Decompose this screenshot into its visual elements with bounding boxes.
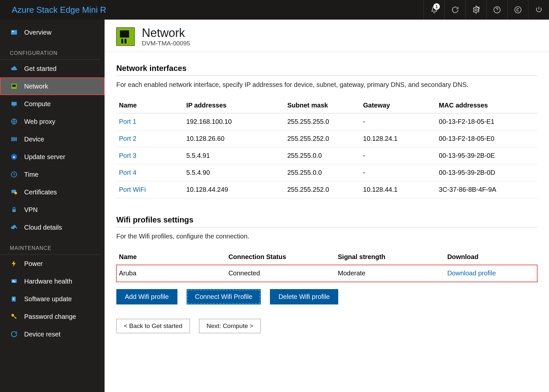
sidebar-item-web-proxy[interactable]: Web proxy (0, 113, 105, 130)
table-row: Port 2 10.128.26.60 255.255.252.0 10.128… (116, 130, 537, 147)
sidebar-item-certificates[interactable]: Certificates (0, 183, 105, 201)
copyright-icon (514, 6, 522, 14)
notifications-button[interactable]: 1 (424, 0, 444, 20)
add-wifi-profile-button[interactable]: Add Wifi profile (116, 289, 177, 304)
sidebar-item-hardware-health[interactable]: Hardware health (0, 272, 105, 290)
topbar-actions: 1 (424, 0, 549, 20)
section-desc-wifi-profiles: For the Wifi profiles, configure the con… (116, 227, 537, 249)
connect-wifi-profile-button[interactable]: Connect Wifi Profile (187, 289, 261, 304)
section-heading-wifi-profiles: Wifi profiles settings (116, 215, 537, 227)
network-interfaces-table: Name IP addresses Subnet mask Gateway MA… (116, 98, 537, 198)
sidebar-item-label: Update server (24, 153, 65, 161)
sidebar-item-time[interactable]: Time (0, 166, 105, 183)
sidebar-item-password-change[interactable]: Password change (0, 308, 105, 325)
table-row: Port 4 5.5.4.90 255.255.0.0 - 00-13-95-3… (116, 164, 537, 181)
sidebar-item-software-update[interactable]: Software update (0, 290, 105, 308)
certificate-icon (10, 188, 18, 196)
col-ip: IP addresses (184, 98, 285, 113)
copyright-button[interactable] (507, 0, 528, 20)
svg-rect-23 (120, 30, 129, 38)
sidebar-item-label: Hardware health (24, 278, 72, 285)
cell-signal: Moderate (335, 265, 445, 282)
svg-rect-24 (121, 39, 123, 43)
sidebar-item-label: Get started (24, 65, 57, 73)
sidebar-item-compute[interactable]: Compute (0, 95, 105, 113)
sidebar-item-label: Device reset (24, 331, 60, 338)
sidebar-item-label: Overview (24, 29, 51, 36)
next-button[interactable]: Next: Compute > (199, 319, 261, 333)
nic-icon (10, 82, 18, 90)
sidebar-item-label: Software update (24, 295, 72, 303)
settings-button[interactable] (465, 0, 486, 20)
wifi-profiles-table: Name Connection Status Signal strength D… (116, 249, 537, 282)
cell-ip: 5.5.4.90 (184, 164, 285, 181)
reset-icon (10, 330, 18, 338)
sidebar-item-label: Device (24, 136, 44, 143)
help-button[interactable] (486, 0, 507, 20)
sidebar-item-label: Certificates (24, 188, 57, 196)
download-profile-link[interactable]: Download profile (447, 270, 496, 277)
svg-rect-5 (12, 31, 14, 32)
svg-point-2 (497, 11, 497, 12)
section-desc-network-interfaces: For each enabled network interface, spec… (116, 76, 537, 98)
sidebar-item-device[interactable]: Device (0, 130, 105, 148)
sidebar-item-vpn[interactable]: VPN (0, 201, 105, 219)
col-name: Name (116, 98, 184, 113)
power-icon (535, 6, 543, 14)
sidebar-item-device-reset[interactable]: Device reset (0, 325, 105, 343)
topbar: Azure Stack Edge Mini R 1 (0, 0, 549, 20)
page-subtitle: DVM-TMA-00095 (142, 40, 190, 47)
cloud-gear-icon (10, 223, 18, 232)
cloud-icon (10, 64, 18, 73)
delete-wifi-profile-button[interactable]: Delete Wifi profile (270, 289, 338, 304)
sidebar-section-maintenance: MAINTENANCE (0, 236, 100, 255)
svg-rect-12 (13, 137, 15, 141)
refresh-button[interactable] (444, 0, 465, 20)
col-mac: MAC addresses (436, 98, 537, 113)
power-button[interactable] (528, 0, 549, 20)
cell-mac: 00-13-95-39-2B-0D (436, 164, 537, 181)
update-icon (10, 153, 18, 161)
col-status: Connection Status (226, 249, 335, 265)
table-row[interactable]: Aruba Connected Moderate Download profil… (116, 265, 537, 282)
bolt-icon (10, 259, 18, 268)
svg-rect-7 (12, 85, 16, 87)
cell-ip: 10.128.26.60 (184, 130, 285, 147)
sidebar-item-update-server[interactable]: Update server (0, 148, 105, 166)
software-update-icon (10, 295, 18, 303)
col-download: Download (445, 249, 537, 265)
svg-point-17 (14, 192, 17, 194)
svg-rect-25 (125, 39, 126, 43)
sidebar-item-label: Cloud details (24, 224, 62, 231)
refresh-icon (451, 6, 459, 14)
port-link[interactable]: Port 2 (119, 135, 136, 142)
cell-gw: - (360, 147, 436, 164)
page-nav-row: < Back to Get started Next: Compute > (116, 319, 537, 333)
port-link[interactable]: Port 4 (119, 169, 136, 176)
sidebar-item-label: Network (24, 83, 48, 90)
back-button[interactable]: < Back to Get started (116, 319, 190, 333)
sidebar-item-network[interactable]: Network (0, 77, 105, 95)
health-icon (10, 277, 18, 286)
port-link[interactable]: Port 3 (119, 152, 136, 159)
port-link[interactable]: Port 1 (119, 118, 136, 125)
port-link[interactable]: Port WiFi (119, 186, 146, 193)
sidebar-item-cloud-details[interactable]: Cloud details (0, 219, 105, 236)
app-title: Azure Stack Edge Mini R (0, 5, 424, 15)
cell-ip: 192.168.100.10 (184, 113, 285, 130)
table-row: Port 3 5.5.4.91 255.255.0.0 - 00-13-95-3… (116, 147, 537, 164)
sidebar-item-overview[interactable]: Overview (0, 24, 105, 41)
svg-point-0 (475, 9, 477, 11)
table-row: Port WiFi 10.128.44.249 255.255.252.0 10… (116, 181, 537, 198)
cell-mask: 255.255.0.0 (285, 164, 360, 181)
svg-rect-13 (15, 137, 17, 141)
section-heading-network-interfaces: Network interfaces (116, 64, 537, 76)
svg-point-19 (14, 228, 16, 230)
cell-name: Aruba (116, 265, 226, 282)
cell-gw: - (360, 164, 436, 181)
sidebar-item-get-started[interactable]: Get started (0, 60, 105, 77)
svg-rect-11 (11, 137, 13, 141)
sidebar-item-power[interactable]: Power (0, 255, 105, 272)
col-name: Name (116, 249, 226, 265)
sidebar-item-label: Web proxy (24, 118, 55, 125)
